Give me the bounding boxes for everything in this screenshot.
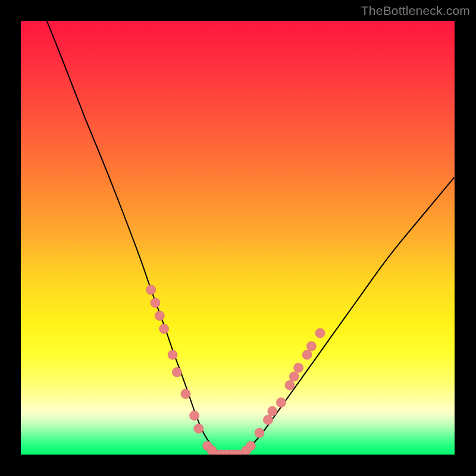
data-point xyxy=(285,380,295,390)
data-point xyxy=(315,328,325,338)
data-point xyxy=(264,415,273,425)
data-points-group xyxy=(146,285,325,455)
data-point xyxy=(276,398,286,408)
bottleneck-curve-svg xyxy=(21,21,455,455)
data-point xyxy=(151,298,160,308)
data-point xyxy=(255,428,264,438)
watermark-text: TheBottleneck.com xyxy=(361,4,470,18)
data-point xyxy=(159,324,169,334)
chart-frame: TheBottleneck.com xyxy=(0,0,476,476)
data-point xyxy=(268,406,277,416)
data-point xyxy=(155,311,164,321)
plot-area xyxy=(21,21,455,455)
data-point xyxy=(294,363,303,372)
data-point xyxy=(146,285,156,295)
data-point xyxy=(190,411,199,420)
bottleneck-curve xyxy=(47,21,455,455)
data-point xyxy=(172,368,181,377)
data-point xyxy=(246,441,255,450)
data-point xyxy=(306,342,316,351)
data-point xyxy=(289,372,299,381)
data-point xyxy=(168,350,177,359)
data-point xyxy=(194,424,203,433)
data-point xyxy=(302,350,312,359)
data-point xyxy=(181,389,190,399)
